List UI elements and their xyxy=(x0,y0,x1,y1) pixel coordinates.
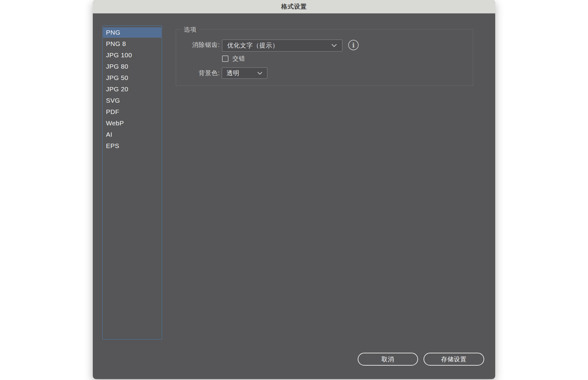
save-settings-button[interactable]: 存储设置 xyxy=(424,353,484,366)
cancel-button[interactable]: 取消 xyxy=(358,353,418,366)
antialias-label: 消除锯齿: xyxy=(176,41,220,49)
format-list-item[interactable]: PNG 8 xyxy=(103,39,161,49)
format-list-item[interactable]: PDF xyxy=(103,107,161,117)
options-group-title: 选项 xyxy=(182,25,199,33)
interlace-row: 交错 xyxy=(222,55,245,63)
save-settings-button-label: 存储设置 xyxy=(441,355,467,363)
cancel-button-label: 取消 xyxy=(382,355,394,363)
format-list-item[interactable]: PNG xyxy=(103,27,161,38)
format-list-item[interactable]: WebP xyxy=(103,118,161,128)
info-icon[interactable]: i xyxy=(348,40,359,50)
background-color-label: 背景色: xyxy=(176,69,220,77)
format-settings-dialog: 格式设置 PNG PNG 8 JPG 100 JPG 80 JPG 50 JPG… xyxy=(93,0,495,379)
chevron-down-icon xyxy=(257,70,263,77)
format-list-item[interactable]: AI xyxy=(103,129,161,140)
info-icon-glyph: i xyxy=(352,42,355,48)
format-list-item[interactable]: JPG 100 xyxy=(103,50,161,60)
format-list: PNG PNG 8 JPG 100 JPG 80 JPG 50 JPG 20 S… xyxy=(102,25,162,340)
interlace-label: 交错 xyxy=(232,55,245,63)
antialias-select[interactable]: 优化文字（提示） xyxy=(222,40,342,51)
chevron-down-icon xyxy=(331,42,337,49)
antialias-value: 优化文字（提示） xyxy=(227,41,331,50)
format-list-item[interactable]: JPG 50 xyxy=(103,73,161,83)
interlace-checkbox[interactable] xyxy=(222,55,228,62)
format-list-item[interactable]: SVG xyxy=(103,95,161,106)
options-group: 选项 消除锯齿: 优化文字（提示） i 交错 背景色: 透明 xyxy=(176,29,473,86)
format-list-item[interactable]: EPS xyxy=(103,141,161,151)
background-color-value: 透明 xyxy=(227,69,257,77)
format-list-item[interactable]: JPG 20 xyxy=(103,84,161,94)
background-color-select[interactable]: 透明 xyxy=(222,67,267,79)
dialog-titlebar: 格式设置 xyxy=(93,0,495,13)
dialog-title: 格式设置 xyxy=(281,2,307,11)
format-list-item[interactable]: JPG 80 xyxy=(103,61,161,72)
